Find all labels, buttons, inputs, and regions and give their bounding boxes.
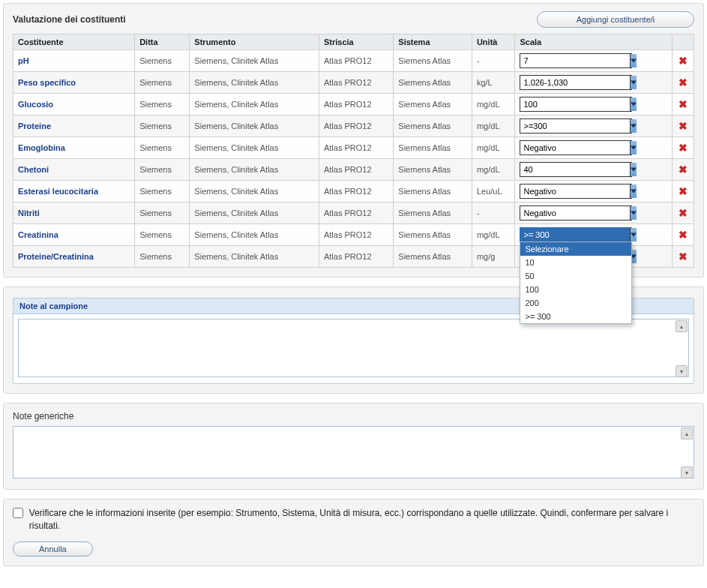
delete-icon[interactable]: ✖ [677,120,689,132]
delete-icon[interactable]: ✖ [677,207,689,219]
scala-input[interactable] [520,228,630,242]
chevron-down-icon[interactable] [630,206,637,220]
delete-cell: ✖ [672,159,694,181]
scala-input[interactable] [520,98,630,111]
generic-notes-textarea[interactable] [13,426,694,478]
scala-combo[interactable] [520,140,632,155]
chevron-down-icon[interactable] [630,228,637,242]
delete-cell: ✖ [672,224,694,246]
add-constituent-button[interactable]: Aggiungi costituente/i [537,11,694,28]
delete-cell: ✖ [672,246,694,268]
scala-input[interactable] [520,141,630,154]
dropdown-option[interactable]: 200 [520,296,631,310]
scala-input[interactable] [520,206,630,220]
delete-icon[interactable]: ✖ [677,229,689,241]
col-strumento: Strumento [190,34,319,50]
table-row: pHSiemensSiemens, Clinitek AtlasAtlas PR… [13,50,694,72]
constituent-link[interactable]: Glucosio [18,100,53,109]
chevron-down-icon[interactable] [630,76,637,89]
table-row: GlucosioSiemensSiemens, Clinitek AtlasAt… [13,94,694,116]
dropdown-option[interactable]: 10 [520,256,631,269]
chevron-down-icon[interactable] [630,141,637,154]
delete-icon[interactable]: ✖ [677,250,689,262]
delete-cell: ✖ [672,202,694,224]
constituent-link[interactable]: Proteine [18,122,51,130]
scala-cell [515,181,672,202]
svg-marker-7 [631,212,637,215]
delete-icon[interactable]: ✖ [677,76,689,88]
cell: - [472,50,515,72]
cell: Siemens Atlas [394,116,472,137]
scala-cell [515,202,672,224]
constituent-link[interactable]: pH [18,56,29,65]
scala-combo[interactable] [520,227,632,242]
chevron-down-icon[interactable] [630,163,637,176]
scala-cell [515,94,672,116]
scala-combo[interactable] [520,75,632,90]
cell: mg/g [472,246,515,268]
constituent-link[interactable]: Emoglobina [18,143,65,152]
cell: Siemens, Clinitek Atlas [190,159,319,181]
dropdown-option[interactable]: >= 300 [520,310,631,323]
cell: Proteine [13,116,135,137]
dropdown-option[interactable]: 50 [520,269,631,283]
col-costituente: Costituente [13,34,135,50]
cell: Atlas PRO12 [319,246,393,268]
chevron-down-icon[interactable] [630,98,637,111]
cell: Leu/uL [472,181,515,202]
sample-notes-textarea[interactable] [18,319,689,377]
cell: Glucosio [13,94,135,116]
scala-combo[interactable] [520,118,632,134]
scala-combo[interactable] [520,206,632,220]
cell: mg/dL [472,137,515,159]
chevron-down-icon[interactable] [630,54,637,68]
chevron-down-icon[interactable] [630,184,637,198]
scala-combo[interactable] [520,97,632,112]
cell: kg/L [472,72,515,94]
delete-cell: ✖ [672,181,694,202]
cell: Emoglobina [13,137,135,159]
delete-icon[interactable]: ✖ [677,164,689,176]
delete-cell: ✖ [672,137,694,159]
constituent-link[interactable]: Creatinina [18,230,58,239]
svg-marker-3 [631,124,637,128]
confirm-row[interactable]: Verificare che le informazioni inserite … [13,507,694,532]
dropdown-option[interactable]: 100 [520,283,631,296]
delete-cell: ✖ [672,72,694,94]
constituent-link[interactable]: Nitriti [18,208,40,218]
section-title: Valutazione dei costituenti [13,14,126,25]
svg-marker-0 [631,59,637,63]
constituent-link[interactable]: Esterasi leucocitaria [18,187,98,196]
svg-marker-6 [631,190,637,194]
scala-input[interactable] [520,184,630,198]
cell: Siemens [135,94,190,116]
chevron-down-icon[interactable] [630,119,637,133]
scala-input[interactable] [520,163,630,176]
scala-cell [515,50,672,72]
cell: Siemens [135,50,190,72]
col-scala: Scala [515,34,672,50]
table-row: Peso specificoSiemensSiemens, Clinitek A… [13,72,694,94]
scala-combo[interactable] [520,53,632,68]
scala-dropdown[interactable]: Selezionare1050100200>= 300 [520,242,632,324]
svg-marker-2 [631,103,637,106]
cell: Atlas PRO12 [319,116,393,137]
cancel-button[interactable]: Annulla [13,542,93,556]
scala-combo[interactable] [520,162,632,177]
scala-input[interactable] [520,119,630,133]
constituent-link[interactable]: Peso specifico [18,78,76,87]
cell: Nitriti [13,202,135,224]
dropdown-option[interactable]: Selezionare [520,242,631,256]
delete-icon[interactable]: ✖ [677,98,689,110]
constituent-link[interactable]: Chetoni [18,165,49,174]
constituent-link[interactable]: Proteine/Creatinina [18,252,94,261]
delete-icon[interactable]: ✖ [677,55,689,67]
confirm-checkbox[interactable] [13,508,23,518]
delete-icon[interactable]: ✖ [677,142,689,154]
scala-input[interactable] [520,76,630,89]
table-row: ProteineSiemensSiemens, Clinitek AtlasAt… [13,116,694,137]
cell: Siemens, Clinitek Atlas [190,202,319,224]
scala-combo[interactable] [520,184,632,199]
scala-input[interactable] [520,54,630,68]
delete-icon[interactable]: ✖ [677,185,689,197]
